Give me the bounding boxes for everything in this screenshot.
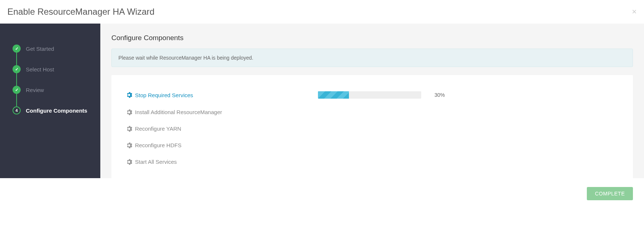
task-row: Install Additional ResourceManager [126,104,618,120]
step-review[interactable]: Review [0,80,100,100]
step-get-started[interactable]: Get Started [0,38,100,59]
wizard-title: Enable ResourceManager HA Wizard [7,7,155,17]
complete-button[interactable]: COMPLETE [587,187,633,200]
step-connector [16,52,17,66]
step-label: Select Host [26,66,54,73]
progress-bar-container [318,91,421,99]
close-icon[interactable]: × [632,8,637,16]
check-icon [13,45,21,53]
wizard-footer: COMPLETE [0,178,644,209]
task-row: Start All Services [126,153,618,170]
progress-bar [318,91,421,99]
wizard-main: Configure Components Please wait while R… [100,24,644,178]
wizard-body: Get Started Select Host Review 4 Configu… [0,24,644,178]
progress-fill [318,91,349,99]
step-select-host[interactable]: Select Host [0,59,100,80]
step-connector [16,73,17,86]
progress-percent-label: 30% [421,92,445,98]
step-label: Configure Components [26,107,87,114]
check-icon [13,65,21,73]
step-label: Review [26,87,44,93]
gear-icon [126,109,132,115]
task-label: Reconfigure YARN [135,126,181,132]
task-link-stop-services[interactable]: Stop Required Services [135,92,193,98]
task-label: Install Additional ResourceManager [135,109,222,115]
task-row: Reconfigure HDFS [126,137,618,153]
step-configure-components[interactable]: 4 Configure Components [0,100,100,121]
gear-icon [126,92,132,98]
wizard-sidebar: Get Started Select Host Review 4 Configu… [0,24,100,178]
check-icon [13,86,21,94]
task-label: Start All Services [135,159,177,165]
gear-icon [126,142,132,148]
info-message: Please wait while ResourceManager HA is … [111,49,633,67]
gear-icon [126,126,132,132]
step-connector [16,93,17,107]
task-label: Reconfigure HDFS [135,142,181,148]
gear-icon [126,159,132,165]
task-row: Reconfigure YARN [126,120,618,137]
page-title: Configure Components [111,34,633,42]
step-label: Get Started [26,46,54,52]
step-number-badge: 4 [13,106,21,114]
tasks-panel: Stop Required Services 30% Install Addit… [111,75,633,181]
task-row: Stop Required Services 30% [126,86,618,104]
wizard-header: Enable ResourceManager HA Wizard × [0,0,644,24]
